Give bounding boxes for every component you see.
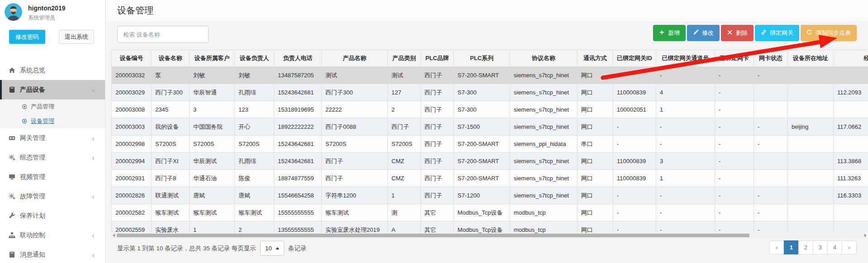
table-cell: 西门子 [421,118,454,136]
column-header-PLC品牌[interactable]: PLC品牌 [421,50,454,67]
table-cell [788,170,834,187]
column-header-设备编号[interactable]: 设备编号 [112,50,152,67]
toolbar-button-修改[interactable]: 修改 [687,25,720,41]
sidebar-item-label: 产品管理 [31,103,54,111]
column-header-PLC系列[interactable]: PLC系列 [454,50,510,67]
column-header-通讯方式[interactable]: 通讯方式 [577,50,613,67]
column-header-协议名称[interactable]: 协议名称 [510,50,577,67]
scroll-left-icon[interactable] [113,234,115,237]
toolbar-button-强制同步点表[interactable]: 强制同步点表 [801,25,857,41]
page-next-button[interactable]: › [842,240,857,254]
logout-button[interactable]: 退出系统 [59,30,94,44]
table-cell: S7-200-SMART [454,170,510,187]
table-cell: modbus_tcp [510,221,577,234]
table-row[interactable]: 200002582猴车测试猴车测试猴车测试15555555555猴车测试测其它M… [112,204,868,221]
table-cell: siemens_s7tcp_hinet [510,67,577,84]
table-cell: 西门子0088 [322,118,388,136]
column-header-网卡状态[interactable]: 网卡状态 [754,50,788,67]
column-header-设备所在地址[interactable]: 设备所在地址 [788,50,834,67]
scrollbar-thumb[interactable] [117,234,749,237]
page-button-4[interactable]: 4 [827,240,842,254]
sidebar-item-产品设备[interactable]: 产品设备 [0,80,105,99]
table-row[interactable]: 200002931西门子8华通石油陈俊18874877559西门子CMZ西门子S… [112,170,868,187]
refresh-icon [806,29,812,37]
link-icon [761,29,767,37]
sidebar-item-label: 视频管理 [20,173,45,181]
sidebar-item-消息通知[interactable]: 消息通知 [0,245,105,263]
table-cell: 13555555555 [274,221,322,234]
dot-circle-icon [22,104,27,109]
chevron-left-icon [91,156,96,161]
table-cell: 1 [656,101,715,118]
table-cell: - [656,136,715,153]
table-cell: 13487587205 [274,67,322,84]
sidebar-item-保养计划[interactable]: 保养计划 [0,206,105,225]
toolbar-row: 新增修改删除绑定网关强制同步点表 [105,21,868,50]
toolbar-button-删除[interactable]: 删除 [721,25,754,41]
table-row[interactable]: 200002998S7200SS7200SS7200S15243642681S7… [112,136,868,153]
table-cell: siemens_s7tcp_hinet [510,170,577,187]
table-cell: - [754,221,788,234]
table-row[interactable]: 200002826联通测试唐斌唐斌15546654258字符串12001西门子S… [112,187,868,204]
toolbar-button-新增[interactable]: 新增 [653,25,686,41]
table-cell: - [656,118,715,136]
column-header-设备所属客户[interactable]: 设备所属客户 [190,50,235,67]
table-row[interactable]: 2000030082345312315318919695222222西门子S7-… [112,101,868,118]
table-cell: 111.3263 [834,170,868,187]
column-header-负责人电话[interactable]: 负责人电话 [274,50,322,67]
table-cell: 网口 [577,84,613,101]
table-cell: 西门子 [421,153,454,170]
table-cell: - [715,153,754,170]
table-cell: 西门子 [421,101,454,118]
column-header-经度[interactable]: 经度 [834,50,868,67]
table-row[interactable]: 200003032泵刘敏刘敏13487587205测试测试西门子S7-200-S… [112,67,868,84]
change-password-button[interactable]: 修改密码 [9,30,45,44]
page-prev-button[interactable]: ‹ [769,240,784,254]
toolbar-button-绑定网关[interactable]: 绑定网关 [755,25,799,41]
column-header-设备名称[interactable]: 设备名称 [152,50,190,67]
sidebar-item-系统总览[interactable]: 系统总览 [0,61,105,80]
scroll-right-icon[interactable] [864,234,867,237]
table-cell: 1 [656,170,715,187]
table-cell: - [715,136,754,153]
sidebar-item-设备管理[interactable]: 设备管理 [0,114,105,128]
table-row[interactable]: 200003029西门子300华辰智通孔雨绵15243642681西门子3001… [112,84,868,101]
column-header-设备负责人[interactable]: 设备负责人 [235,50,274,67]
wrench-icon [8,212,15,220]
sidebar-item-视频管理[interactable]: 视频管理 [0,167,105,187]
table-cell [788,153,834,170]
sidebar-item-网关管理[interactable]: 网关管理 [0,128,105,148]
search-input[interactable] [117,26,209,43]
table-cell [788,221,834,234]
column-header-产品名称[interactable]: 产品名称 [322,50,388,67]
table-cell: 200002994 [112,153,152,170]
table-row[interactable]: 200003003我的设备中国国务院开心18922222222西门子0088西门… [112,118,868,136]
sidebar-item-label: 网关管理 [20,134,45,142]
table-cell: S7-200-SMART [454,67,510,84]
table-cell: 西门子 [421,187,454,204]
column-header-已绑定网关ID[interactable]: 已绑定网关ID [613,50,656,67]
table-row[interactable]: 200002559实验废水1213555555555实验室废水处理2019A其它… [112,221,868,234]
table-cell: - [656,204,715,221]
table-cell [788,67,834,84]
page-button-3[interactable]: 3 [813,240,828,254]
page-button-1[interactable]: 1 [784,240,799,254]
table-cell: siemens_s7tcp_hinet [510,153,577,170]
table-row[interactable]: 200002994西门子XI华辰测试孔雨绵15243642681西门子CMZ西门… [112,153,868,170]
sidebar-item-产品管理[interactable]: 产品管理 [0,99,105,114]
column-header-已绑定网卡[interactable]: 已绑定网卡 [715,50,754,67]
table-cell: 113.3868 [834,153,868,170]
table-cell: 西门子 [421,170,454,187]
sidebar-item-联动控制[interactable]: 联动控制 [0,225,105,245]
page-button-2[interactable]: 2 [798,240,813,254]
table-cell: 实验废水 [152,221,190,234]
column-header-已绑定网关通道号[interactable]: 已绑定网关通道号 [656,50,715,67]
page-size-selector[interactable]: 10 [260,241,284,256]
table-cell: 网口 [577,221,613,234]
device-table: 设备编号设备名称设备所属客户设备负责人负责人电话产品名称产品类别PLC品牌PLC… [111,50,868,233]
sidebar-item-组态管理[interactable]: 组态管理 [0,148,105,167]
table-cell: S7-200-SMART [454,136,510,153]
sidebar-item-故障管理[interactable]: 故障管理 [0,187,105,206]
column-header-产品类别[interactable]: 产品类别 [388,50,421,67]
table-cell: - [754,118,788,136]
